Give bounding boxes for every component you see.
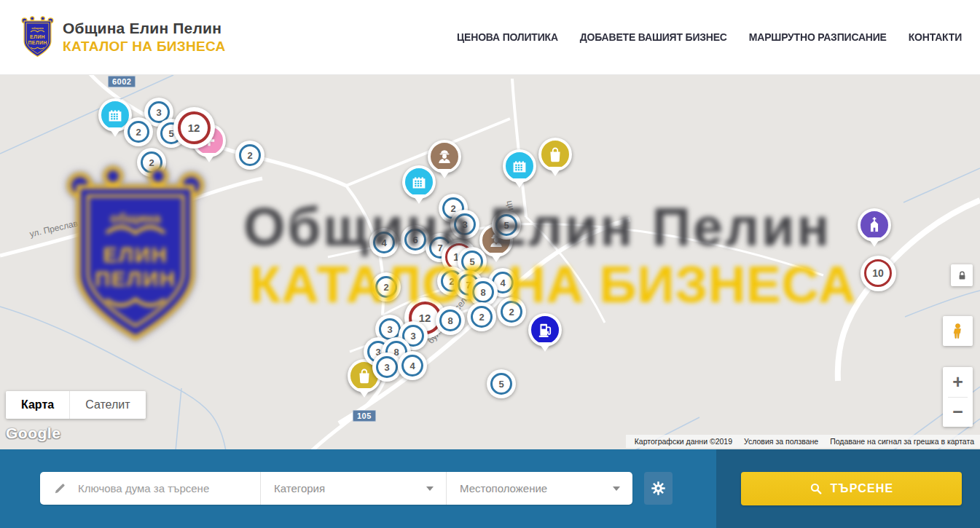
brand-text: Община Елин Пелин КАТАЛОГ НА БИЗНЕСА — [63, 20, 226, 55]
brand-logo-link[interactable]: община ЕЛИН ПЕЛИН Община Елин Пелин КАТА… — [20, 15, 226, 60]
fuel-pump-icon — [536, 321, 554, 339]
google-logo[interactable]: Google — [6, 425, 60, 442]
header: община ЕЛИН ПЕЛИН Община Елин Пелин КАТА… — [0, 0, 980, 75]
cluster-marker[interactable]: 8 — [436, 306, 465, 335]
cluster-marker[interactable]: 12 — [173, 107, 215, 149]
cluster-marker[interactable]: 2 — [235, 141, 264, 170]
map-canvas[interactable]: 6002105 ул. Преславбул. „Новоселци 32512… — [0, 75, 980, 449]
pin-worker[interactable] — [428, 140, 461, 173]
map-type-satellite-button[interactable]: Сателит — [69, 391, 145, 419]
lock-icon — [957, 270, 968, 281]
pegman-button[interactable] — [943, 316, 973, 346]
pin-church[interactable] — [858, 208, 891, 242]
category-select[interactable]: Категория — [260, 472, 446, 505]
report-error-link[interactable]: Подаване на сигнал за грешка в картата — [830, 437, 974, 446]
location-value: Местоположение — [460, 482, 547, 494]
cluster-marker[interactable]: 5 — [487, 369, 516, 398]
advanced-settings-button[interactable] — [644, 472, 673, 505]
cluster-marker[interactable]: 2 — [124, 117, 153, 146]
cluster-marker[interactable]: 4 — [398, 351, 427, 380]
pencil-icon — [53, 481, 67, 495]
location-select[interactable]: Местоположение — [446, 472, 632, 505]
factory-icon — [410, 173, 428, 191]
church-icon — [866, 216, 883, 234]
terms-link[interactable]: Условия за ползване — [744, 437, 818, 446]
cluster-marker[interactable]: 3 — [450, 210, 479, 239]
map-copyright: Картографски данни ©2019 — [635, 437, 732, 446]
search-icon — [810, 482, 823, 495]
page: община ЕЛИН ПЕЛИН Община Елин Пелин КАТА… — [0, 0, 980, 528]
main-nav: ЦЕНОВА ПОЛИТИКАДОБАВЕТЕ ВАШИЯТ БИЗНЕСМАР… — [457, 31, 962, 43]
pin-factory[interactable] — [503, 149, 536, 183]
shopping-bag-icon — [546, 146, 564, 163]
search-button[interactable]: ТЪРСЕНЕ — [741, 472, 962, 505]
factory-icon — [511, 157, 528, 175]
cluster-marker[interactable]: 2 — [137, 148, 166, 177]
road-number-badge: 105 — [353, 410, 376, 422]
cluster-marker[interactable]: 2 — [467, 302, 496, 331]
svg-text:ПЕЛИН: ПЕЛИН — [28, 40, 47, 45]
road-number-badge: 6002 — [108, 76, 136, 87]
shopping-bag-icon — [356, 367, 373, 385]
search-group: Категория Местоположение — [40, 472, 632, 505]
map-type-control: Карта Сателит — [6, 391, 146, 419]
factory-icon — [106, 106, 124, 124]
brand-subtitle: КАТАЛОГ НА БИЗНЕСА — [63, 39, 226, 55]
keyword-field — [40, 472, 260, 505]
svg-text:ЕЛИН: ЕЛИН — [30, 34, 45, 39]
municipality-emblem-logo: община ЕЛИН ПЕЛИН — [20, 15, 55, 60]
zoom-in-button[interactable]: + — [943, 367, 973, 397]
chevron-down-icon — [613, 486, 620, 491]
nav-item[interactable]: ДОБАВЕТЕ ВАШИЯТ БИЗНЕС — [580, 31, 727, 44]
map-type-map-button[interactable]: Карта — [6, 391, 69, 419]
cluster-marker[interactable]: 3 — [372, 352, 401, 382]
cluster-marker[interactable]: 2 — [372, 272, 401, 302]
pin-fuel[interactable] — [528, 313, 562, 347]
zoom-out-button[interactable]: − — [943, 398, 973, 427]
pin-bag[interactable] — [538, 138, 572, 171]
nav-item[interactable]: МАРШРУТНО РАЗПИСАНИЕ — [749, 31, 887, 44]
pegman-icon — [949, 323, 966, 339]
lock-button[interactable] — [951, 264, 973, 286]
zoom-control: + − — [943, 367, 973, 427]
search-button-label: ТЪРСЕНЕ — [831, 482, 894, 495]
category-value: Категория — [274, 482, 325, 494]
cluster-marker[interactable]: 4 — [369, 228, 399, 257]
pin-factory[interactable] — [402, 165, 436, 199]
worker-icon — [436, 148, 453, 165]
cluster-marker[interactable]: 5 — [492, 210, 521, 240]
nav-item[interactable]: КОНТАКТИ — [909, 31, 962, 44]
map-attribution: Картографски данни ©2019 Условия за полз… — [626, 435, 980, 448]
cluster-marker[interactable]: 2 — [497, 297, 526, 326]
street-label: ци — [505, 200, 517, 211]
svg-text:община: община — [31, 26, 44, 30]
search-panel: Категория Местоположение — [0, 449, 980, 528]
keyword-input[interactable] — [77, 481, 251, 495]
brand-title: Община Елин Пелин — [63, 20, 226, 37]
chevron-down-icon — [426, 486, 434, 491]
cluster-marker[interactable]: 10 — [861, 256, 896, 291]
gear-icon — [651, 481, 666, 496]
nav-item[interactable]: ЦЕНОВА ПОЛИТИКА — [457, 31, 558, 44]
